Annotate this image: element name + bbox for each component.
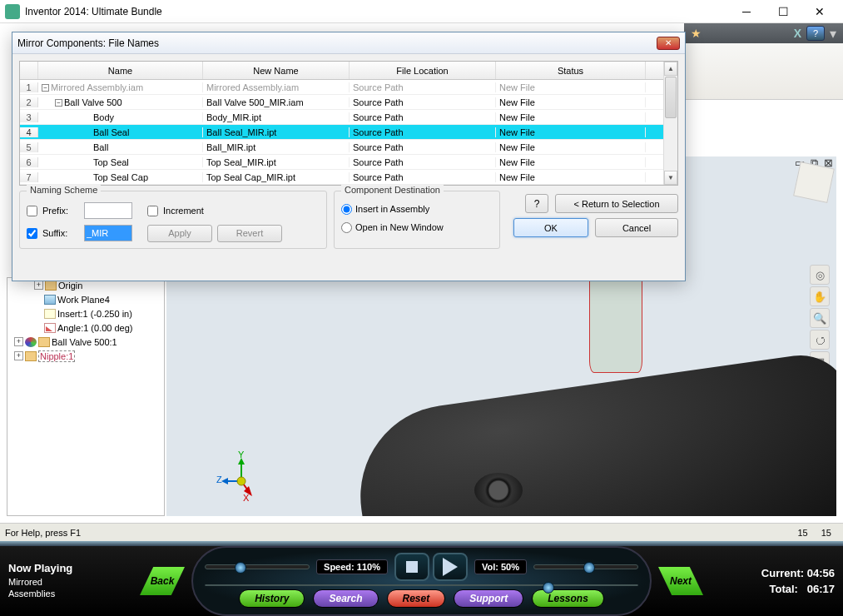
ok-button[interactable]: OK [513, 218, 588, 237]
minimize-button[interactable]: ─ [728, 2, 765, 22]
app-icon [5, 4, 20, 19]
back-button[interactable]: Back [140, 567, 185, 595]
tree-item-angle[interactable]: Angle:1 (0.00 deg) [7, 320, 164, 335]
suffix-checkbox[interactable] [27, 228, 37, 239]
component-destination-group: Component Destination Insert in Assembly… [334, 191, 500, 249]
status-help-text: For Help, press F1 [5, 528, 81, 538]
svg-marker-3 [221, 478, 228, 484]
scroll-thumb[interactable] [665, 77, 677, 118]
prefix-checkbox[interactable] [27, 206, 37, 216]
reset-button[interactable]: Reset [387, 589, 446, 608]
window-title: Inventor 2014: Ultimate Bundle [25, 6, 728, 17]
cancel-button[interactable]: Cancel [595, 218, 678, 237]
play-button[interactable] [433, 553, 468, 581]
dialog-close-button[interactable]: ✕ [657, 37, 680, 50]
exchange-icon[interactable]: X [794, 27, 801, 40]
model-browser-tree[interactable]: + Origin Work Plane4 Insert:1 (-0.250 in… [7, 277, 165, 516]
increment-label: Increment [163, 206, 204, 216]
tree-item-insert[interactable]: Insert:1 (-0.250 in) [7, 306, 164, 320]
maximize-button[interactable]: ☐ [765, 2, 801, 22]
volume-label: Vol: 50% [474, 559, 527, 574]
part-icon [38, 337, 50, 347]
status-bar: For Help, press F1 15 15 [0, 523, 843, 541]
status-number-2: 15 [815, 528, 838, 538]
help-button[interactable]: ? [806, 26, 825, 41]
naming-scheme-group: Naming Scheme Prefix: Increment Suffix: [19, 191, 327, 249]
mirror-components-dialog: Mirror Components: File Names ✕ Name New… [12, 32, 686, 281]
grid-scrollbar[interactable]: ▲ ▼ [663, 62, 677, 185]
prefix-label: Prefix: [42, 206, 79, 216]
tree-item-nipple[interactable]: + Nipple:1 [7, 349, 164, 363]
svg-point-6 [237, 477, 245, 485]
scroll-down-button[interactable]: ▼ [664, 171, 677, 185]
grid-row[interactable]: 1 −Mirrored Assembly.iam Mirrored Assemb… [20, 80, 663, 95]
app-body: ★ X ? ▾ ▭ ⧉ ⊠ ◎ ✋ 🔍 ⭯ ▦ [0, 23, 843, 541]
close-button[interactable]: ✕ [801, 2, 838, 22]
folder-icon [45, 281, 57, 291]
favorite-icon[interactable]: ★ [691, 27, 702, 40]
return-to-selection-button[interactable]: < Return to Selection [555, 194, 678, 213]
angle-icon [44, 323, 56, 333]
now-playing: Now Playing Mirrored Assemblies [8, 562, 133, 599]
status-number-1: 15 [791, 528, 815, 538]
next-button[interactable]: Next [658, 567, 703, 595]
tree-item-ball-valve[interactable]: + Ball Valve 500:1 [7, 335, 164, 349]
scroll-up-button[interactable]: ▲ [664, 62, 677, 76]
player-center-pod: Speed: 110% Vol: 50% History Search Rese… [191, 546, 652, 616]
components-grid[interactable]: Name New Name File Location Status 1 −Mi… [19, 61, 678, 186]
orbit-icon[interactable]: ⭯ [810, 330, 830, 350]
constraint-icon [44, 309, 56, 319]
nav-tools: ◎ ✋ 🔍 ⭯ ▦ [810, 265, 833, 371]
history-button[interactable]: History [239, 589, 305, 608]
part-icon [25, 351, 37, 361]
nav-wheel-icon[interactable]: ◎ [810, 265, 830, 285]
header-status[interactable]: Status [496, 62, 646, 79]
grid-row[interactable]: 7 Top Seal Cap Top Seal Cap_MIR.ipt Sour… [20, 170, 663, 185]
expand-icon[interactable]: + [14, 337, 23, 346]
expand-icon[interactable]: + [14, 351, 23, 360]
dialog-title-bar[interactable]: Mirror Components: File Names ✕ [12, 32, 685, 54]
zoom-icon[interactable]: 🔍 [810, 308, 830, 328]
model-body [349, 349, 836, 516]
stop-button[interactable] [394, 553, 429, 581]
pan-icon[interactable]: ✋ [810, 286, 830, 306]
plane-icon [44, 295, 56, 305]
header-file-location[interactable]: File Location [350, 62, 496, 79]
quick-access-strip: ★ X ? ▾ [684, 23, 843, 43]
coordinate-triad: Y Z X [216, 450, 266, 499]
search-button[interactable]: Search [313, 589, 378, 608]
grid-row[interactable]: 3 Body Body_MIR.ipt Source Path New File [20, 110, 663, 125]
speed-label: Speed: 110% [316, 559, 388, 574]
header-name[interactable]: Name [38, 62, 203, 79]
grid-row[interactable]: 6 Top Seal Top Seal_MIR.ipt Source Path … [20, 155, 663, 170]
tree-item-workplane[interactable]: Work Plane4 [7, 292, 164, 306]
volume-slider[interactable] [533, 564, 638, 569]
apply-button[interactable]: Apply [147, 225, 212, 242]
update-icon [25, 337, 37, 347]
expand-icon[interactable]: + [34, 281, 43, 290]
suffix-input[interactable] [84, 225, 132, 241]
model-pipe-opening [474, 473, 523, 508]
revert-button[interactable]: Revert [217, 225, 282, 242]
grid-header: Name New Name File Location Status [20, 62, 663, 80]
support-button[interactable]: Support [454, 589, 523, 608]
header-new-name[interactable]: New Name [203, 62, 350, 79]
dialog-title: Mirror Components: File Names [17, 37, 657, 49]
suffix-label: Suffix: [42, 228, 79, 238]
insert-in-assembly-radio[interactable] [341, 204, 352, 215]
tutorial-player-bar: Now Playing Mirrored Assemblies Back Spe… [0, 541, 843, 616]
time-display: Current: 04:56 Total: 06:17 [710, 565, 835, 598]
open-new-window-radio[interactable] [341, 222, 352, 233]
grid-row-selected[interactable]: 4 Ball Seal Ball Seal_MIR.ipt Source Pat… [20, 125, 663, 140]
prefix-input[interactable] [84, 202, 132, 219]
increment-checkbox[interactable] [147, 206, 158, 216]
lessons-button[interactable]: Lessons [532, 589, 604, 608]
speed-slider[interactable] [205, 564, 310, 569]
grid-row[interactable]: 5 Ball Ball_MIR.ipt Source Path New File [20, 140, 663, 155]
viewcube[interactable] [793, 161, 835, 203]
window-title-bar: Inventor 2014: Ultimate Bundle ─ ☐ ✕ [0, 0, 843, 23]
progress-slider[interactable] [205, 584, 638, 586]
grid-row[interactable]: 2 −Ball Valve 500 Ball Valve 500_MIR.iam… [20, 95, 663, 110]
help-button[interactable]: ? [525, 194, 548, 213]
ribbon-strip [684, 43, 843, 100]
